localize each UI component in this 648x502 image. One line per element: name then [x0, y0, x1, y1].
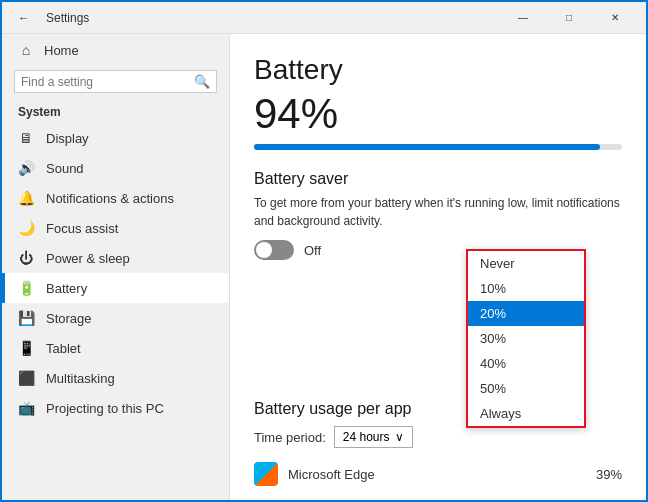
app-icon — [254, 462, 278, 486]
sidebar-item-label: Battery — [46, 281, 87, 296]
sidebar-item-battery[interactable]: 🔋 Battery — [2, 273, 229, 303]
display-icon: 🖥 — [18, 130, 34, 146]
sidebar-item-label: Display — [46, 131, 89, 146]
sidebar-item-label: Focus assist — [46, 221, 118, 236]
projecting-icon: 📺 — [18, 400, 34, 416]
time-period-label: Time period: — [254, 430, 326, 445]
time-period-value: 24 hours — [343, 430, 390, 444]
battery-icon: 🔋 — [18, 280, 34, 296]
app-body: ⌂ Home 🔍 System 🖥 Display 🔊 Sound 🔔 Noti… — [2, 34, 646, 502]
sidebar-item-label: Power & sleep — [46, 251, 130, 266]
minimize-button[interactable]: — — [500, 2, 546, 34]
dropdown-item-always[interactable]: Always — [468, 401, 584, 426]
dropdown-item-40[interactable]: 40% — [468, 351, 584, 376]
main-content: Battery 94% Battery saver To get more fr… — [230, 34, 646, 502]
dropdown-popup: Never 10% 20% 30% 40% 50% Always — [466, 249, 586, 428]
sidebar-item-label: Multitasking — [46, 371, 115, 386]
app-percent: 39% — [596, 467, 622, 482]
sidebar-item-power[interactable]: ⏻ Power & sleep — [2, 243, 229, 273]
battery-saver-desc: To get more from your battery when it's … — [254, 194, 622, 230]
storage-icon: 💾 — [18, 310, 34, 326]
battery-saver-toggle[interactable] — [254, 240, 294, 260]
sidebar: ⌂ Home 🔍 System 🖥 Display 🔊 Sound 🔔 Noti… — [2, 34, 230, 502]
page-title: Battery — [254, 54, 622, 86]
sidebar-item-focus[interactable]: 🌙 Focus assist — [2, 213, 229, 243]
sound-icon: 🔊 — [18, 160, 34, 176]
focus-icon: 🌙 — [18, 220, 34, 236]
sidebar-item-multitasking[interactable]: ⬛ Multitasking — [2, 363, 229, 393]
chevron-down-icon: ∨ — [395, 430, 404, 444]
dropdown-item-20[interactable]: 20% — [468, 301, 584, 326]
home-icon: ⌂ — [18, 42, 34, 58]
toggle-label: Off — [304, 243, 321, 258]
sidebar-item-label: Tablet — [46, 341, 81, 356]
notifications-icon: 🔔 — [18, 190, 34, 206]
sidebar-item-storage[interactable]: 💾 Storage — [2, 303, 229, 333]
app-row: Microsoft Edge 39% — [254, 458, 622, 490]
battery-progress-bar — [254, 144, 622, 150]
sidebar-item-sound[interactable]: 🔊 Sound — [2, 153, 229, 183]
maximize-button[interactable]: □ — [546, 2, 592, 34]
title-bar-title: Settings — [46, 11, 89, 25]
home-label: Home — [44, 43, 79, 58]
sidebar-item-label: Sound — [46, 161, 84, 176]
title-bar-left: ← Settings — [10, 4, 500, 32]
dropdown-item-10[interactable]: 10% — [468, 276, 584, 301]
sidebar-item-label: Projecting to this PC — [46, 401, 164, 416]
sidebar-item-label: Storage — [46, 311, 92, 326]
battery-progress-fill — [254, 144, 600, 150]
time-period-row: Time period: 24 hours ∨ — [254, 426, 622, 448]
sidebar-item-tablet[interactable]: 📱 Tablet — [2, 333, 229, 363]
power-icon: ⏻ — [18, 250, 34, 266]
battery-saver-title: Battery saver — [254, 170, 622, 188]
multitasking-icon: ⬛ — [18, 370, 34, 386]
tablet-icon: 📱 — [18, 340, 34, 356]
sidebar-item-display[interactable]: 🖥 Display — [2, 123, 229, 153]
sidebar-item-projecting[interactable]: 📺 Projecting to this PC — [2, 393, 229, 423]
time-period-select[interactable]: 24 hours ∨ — [334, 426, 414, 448]
dropdown-item-50[interactable]: 50% — [468, 376, 584, 401]
search-icon: 🔍 — [194, 74, 210, 89]
dropdown-item-30[interactable]: 30% — [468, 326, 584, 351]
search-box[interactable]: 🔍 — [14, 70, 217, 93]
title-bar: ← Settings — □ ✕ — [2, 2, 646, 34]
search-input[interactable] — [21, 75, 190, 89]
sidebar-item-notifications[interactable]: 🔔 Notifications & actions — [2, 183, 229, 213]
sidebar-section-title: System — [2, 101, 229, 123]
sidebar-item-label: Notifications & actions — [46, 191, 174, 206]
window-controls: — □ ✕ — [500, 2, 638, 34]
close-button[interactable]: ✕ — [592, 2, 638, 34]
app-name: Microsoft Edge — [288, 467, 586, 482]
battery-percent: 94% — [254, 90, 622, 138]
back-button[interactable]: ← — [10, 4, 38, 32]
dropdown-item-never[interactable]: Never — [468, 251, 584, 276]
sidebar-item-home[interactable]: ⌂ Home — [2, 34, 229, 66]
